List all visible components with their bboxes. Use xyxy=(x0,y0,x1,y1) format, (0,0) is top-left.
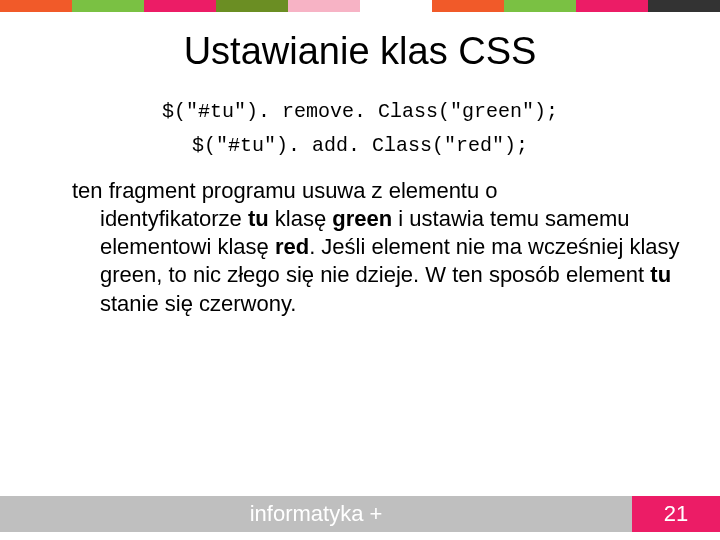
code-block: $("#tu"). remove. Class("green"); $("#tu… xyxy=(0,95,720,163)
page-number: 21 xyxy=(632,496,720,532)
body-b2: green xyxy=(332,206,392,231)
code-line-2: $("#tu"). add. Class("red"); xyxy=(0,129,720,163)
body-seg5: stanie się czerwony. xyxy=(100,291,296,316)
body-line1: ten fragment programu usuwa z elementu o xyxy=(72,178,498,203)
code-line-1: $("#tu"). remove. Class("green"); xyxy=(0,95,720,129)
top-color-bar xyxy=(0,0,720,12)
body-seg1: identyfikatorze xyxy=(100,206,248,231)
slide-title: Ustawianie klas CSS xyxy=(0,30,720,73)
body-seg2: klasę xyxy=(269,206,333,231)
body-b4: tu xyxy=(650,262,671,287)
body-text: ten fragment programu usuwa z elementu o… xyxy=(0,177,720,318)
footer: informatyka + 21 xyxy=(0,496,720,532)
body-b3: red xyxy=(275,234,309,259)
footer-label: informatyka + xyxy=(0,496,632,532)
body-b1: tu xyxy=(248,206,269,231)
